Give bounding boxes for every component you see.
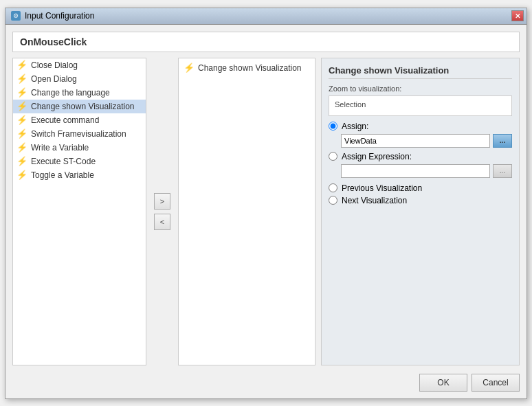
bolt-icon: ⚡	[17, 60, 27, 70]
bolt-purple-icon: ⚡	[17, 143, 27, 153]
assign-expr-input[interactable]	[341, 164, 490, 178]
assign-label: Assign:	[342, 122, 368, 131]
zoom-label: Zoom to visualization:	[329, 84, 512, 93]
right-panel: Change shown Visualization Zoom to visua…	[321, 58, 520, 365]
cancel-button[interactable]: Cancel	[472, 374, 520, 392]
list-item-label: Open Dialog	[31, 74, 77, 84]
window-title: Input Configuration	[25, 11, 94, 21]
assign-browse-button[interactable]: ...	[493, 134, 512, 148]
assign-expr-radio-row: Assign Expression:	[329, 152, 512, 161]
assign-input-row: ...	[341, 134, 512, 148]
main-area: ⚡ Close Dialog ⚡ Open Dialog ⚡ Change th…	[12, 58, 520, 365]
ok-button[interactable]: OK	[419, 374, 467, 392]
zoom-option-label: Selection	[335, 100, 506, 109]
title-bar-content: ⚙ Input Configuration	[11, 11, 94, 21]
assign-input[interactable]	[341, 134, 490, 148]
main-window: ⚙ Input Configuration ✕ OnMouseClick ⚡ C…	[5, 8, 527, 399]
window-content: OnMouseClick ⚡ Close Dialog ⚡ Open Dialo…	[5, 25, 527, 398]
assign-expr-radio[interactable]	[329, 152, 337, 161]
bolt-purple-icon: ⚡	[17, 170, 27, 180]
left-panel: ⚡ Close Dialog ⚡ Open Dialog ⚡ Change th…	[12, 58, 146, 365]
bolt-icon: ⚡	[17, 102, 27, 111]
list-item-label: Change shown Visualization	[31, 102, 135, 111]
list-item-label: Close Dialog	[31, 60, 78, 70]
bolt-icon: ⚡	[17, 129, 27, 139]
list-item-label: Execute ST-Code	[31, 157, 96, 166]
event-header-label: OnMouseClick	[20, 36, 87, 47]
close-window-button[interactable]: ✕	[511, 10, 524, 21]
list-item-label: Execute command	[31, 115, 99, 125]
bolt-icon: ⚡	[17, 88, 27, 98]
prev-viz-radio[interactable]	[329, 183, 337, 192]
middle-buttons: > <	[152, 58, 173, 365]
next-viz-radio[interactable]	[329, 196, 337, 205]
middle-panel-item[interactable]: ⚡ Change shown Visualization	[181, 61, 312, 75]
list-item-label: Change the language	[31, 88, 110, 98]
assign-expr-browse-button[interactable]: ...	[493, 164, 512, 178]
event-header: OnMouseClick	[12, 32, 520, 52]
next-viz-radio-option: Next Visualization	[329, 196, 512, 205]
options-group: Selection	[329, 95, 512, 116]
list-item-open-dialog[interactable]: ⚡ Open Dialog	[13, 72, 146, 86]
list-item-change-language[interactable]: ⚡ Change the language	[13, 86, 146, 100]
list-item-change-visualization[interactable]: ⚡ Change shown Visualization	[13, 100, 146, 113]
assign-expr-input-row: ...	[341, 164, 512, 178]
prev-viz-label: Previous Visualization	[342, 183, 422, 193]
right-panel-title: Change shown Visualization	[329, 65, 512, 79]
list-item-execute-command[interactable]: ⚡ Execute command	[13, 113, 146, 127]
next-viz-label: Next Visualization	[342, 196, 407, 205]
list-item-label: Toggle a Variable	[31, 170, 94, 180]
list-item-write-variable[interactable]: ⚡ Write a Variable	[13, 141, 146, 155]
middle-item-label: Change shown Visualization	[198, 63, 302, 73]
assign-radio-row: Assign:	[329, 122, 512, 131]
bolt-icon: ⚡	[17, 115, 27, 125]
list-item-toggle-variable[interactable]: ⚡ Toggle a Variable	[13, 168, 146, 182]
list-item-execute-st[interactable]: ⚡ Execute ST-Code	[13, 155, 146, 168]
footer: OK Cancel	[12, 371, 520, 392]
list-item-label: Switch Framevisualization	[31, 129, 126, 139]
bolt-icon: ⚡	[17, 157, 27, 166]
remove-button[interactable]: <	[154, 214, 170, 230]
assign-radio[interactable]	[329, 122, 337, 131]
list-item-label: Write a Variable	[31, 143, 89, 153]
title-bar: ⚙ Input Configuration ✕	[5, 8, 527, 25]
bolt-icon: ⚡	[184, 63, 194, 73]
title-buttons: ✕	[511, 10, 524, 21]
assign-expr-label: Assign Expression:	[342, 152, 412, 161]
middle-panel: ⚡ Change shown Visualization	[178, 58, 315, 365]
list-item-switch-frame[interactable]: ⚡ Switch Framevisualization	[13, 127, 146, 141]
prev-viz-radio-option: Previous Visualization	[329, 183, 512, 193]
window-icon: ⚙	[11, 11, 21, 21]
bolt-icon: ⚡	[17, 74, 27, 84]
add-button[interactable]: >	[154, 193, 170, 210]
list-item-close-dialog[interactable]: ⚡ Close Dialog	[13, 58, 146, 72]
